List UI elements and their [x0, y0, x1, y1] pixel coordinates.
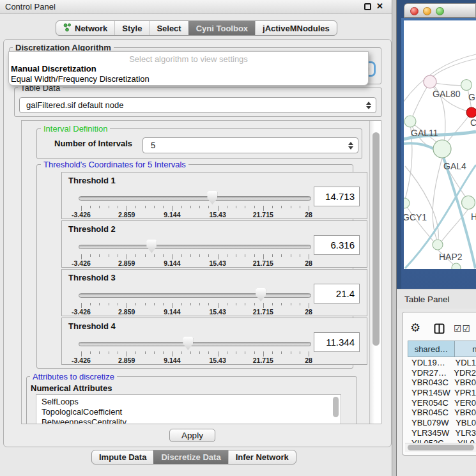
- settings-scrollpane: Interval Definition Number of Intervals …: [21, 120, 381, 424]
- attribute-list-item[interactable]: BetweennessCentrality: [36, 417, 341, 424]
- network-node[interactable]: [452, 263, 461, 269]
- algorithm-option[interactable]: Equal Width/Frequency Discretization: [9, 74, 368, 84]
- attribute-list-item[interactable]: SelfLoops: [36, 397, 341, 407]
- slider-track[interactable]: [79, 293, 311, 298]
- cell-shared-name: YBR045C: [408, 408, 451, 418]
- tab-select[interactable]: Select: [149, 21, 188, 35]
- slider-tick: [172, 254, 173, 259]
- close-icon[interactable]: ✕: [376, 1, 383, 11]
- slider-tick: [300, 351, 300, 354]
- slider-tick: [127, 351, 127, 357]
- vertical-scrollbar-track[interactable]: [369, 121, 381, 424]
- panel-splitter[interactable]: [392, 0, 397, 476]
- tab-style[interactable]: Style: [114, 21, 149, 35]
- network-node[interactable]: [461, 80, 472, 91]
- slider-track[interactable]: [79, 342, 311, 346]
- cell-shared-name: YER054C: [408, 398, 451, 408]
- table-panel-titlebar: Table Panel: [397, 289, 476, 309]
- slider-tick: [199, 206, 200, 208]
- network-node[interactable]: [433, 140, 451, 158]
- threshold-value-field[interactable]: 14.713: [314, 187, 360, 206]
- column-header-shared-name[interactable]: shared…: [408, 341, 455, 357]
- slider-tick: [163, 254, 164, 257]
- slider-tick: [90, 254, 91, 257]
- tab-impute-data[interactable]: Impute Data: [92, 450, 153, 464]
- slider-tick-label: 2.859: [107, 211, 146, 219]
- slider-track[interactable]: [79, 245, 311, 249]
- slider-track[interactable]: [79, 196, 311, 201]
- number-of-intervals-label: Number of Intervals: [54, 139, 132, 148]
- table-row[interactable]: YPR145WYPR1: [408, 388, 476, 398]
- tab-infer-network[interactable]: Infer Network: [228, 450, 296, 464]
- network-view-canvas[interactable]: GAL80GCGAL11GAL4GCY1HHAP2: [404, 20, 476, 269]
- close-traffic-light-icon[interactable]: [410, 7, 418, 15]
- table-row[interactable]: YDR27…YDR2: [408, 368, 476, 378]
- network-node[interactable]: [466, 107, 476, 118]
- network-node[interactable]: [433, 240, 443, 250]
- slider-tick: [81, 206, 82, 211]
- interval-definition-label: Interval Definition: [41, 124, 110, 134]
- threshold-value-field[interactable]: 6.316: [314, 235, 360, 255]
- tab-jactivemnodules[interactable]: jActiveMNodules: [255, 21, 337, 35]
- slider-tick: [227, 303, 227, 305]
- number-of-intervals-combobox[interactable]: 5: [142, 137, 358, 153]
- slider-thumb[interactable]: [146, 240, 157, 253]
- slider-tick: [99, 206, 100, 208]
- slider-tick-label: 9.144: [153, 308, 191, 316]
- node-label: GCY1: [404, 212, 427, 222]
- slider-tick: [245, 254, 245, 257]
- numerical-attributes-list[interactable]: SelfLoopsTopologicalCoefficientBetweenne…: [36, 394, 341, 424]
- table-row[interactable]: YER054CYER0: [408, 398, 476, 408]
- float-window-icon[interactable]: [364, 3, 371, 10]
- tab-network[interactable]: Network: [56, 21, 114, 35]
- slider-tick: [281, 206, 282, 208]
- slider-tick: [199, 303, 200, 305]
- table-row[interactable]: YBR045CYBR0: [408, 408, 476, 418]
- slider-thumb[interactable]: [183, 337, 193, 350]
- slider-tick-label: 2.859: [107, 357, 146, 364]
- algorithm-option[interactable]: Manual Discretization: [9, 64, 368, 74]
- attribute-list-item[interactable]: TopologicalCoefficient: [36, 407, 341, 417]
- slider-tick: [227, 351, 227, 354]
- minimize-traffic-light-icon[interactable]: [423, 7, 431, 15]
- threshold-value-field[interactable]: 21.4: [314, 284, 360, 303]
- slider-tick: [181, 206, 182, 208]
- threshold-label: Threshold 4: [68, 321, 116, 331]
- gear-icon[interactable]: ⚙: [410, 321, 420, 335]
- slider-tick: [190, 254, 191, 257]
- network-node[interactable]: [404, 198, 410, 208]
- tab-cyni-toolbox[interactable]: Cyni Toolbox: [188, 21, 255, 35]
- select-columns-icon[interactable]: ☑☑: [454, 323, 471, 334]
- network-node[interactable]: [462, 196, 475, 210]
- vertical-scrollbar-thumb[interactable]: [372, 132, 380, 346]
- horizontal-scrollbar-thumb[interactable]: [408, 445, 474, 450]
- slider-thumb[interactable]: [256, 288, 266, 302]
- network-window-titlebar[interactable]: [404, 3, 476, 18]
- network-node[interactable]: [404, 116, 416, 127]
- split-view-icon[interactable]: [434, 323, 445, 337]
- slider-tick: [300, 254, 300, 257]
- list-scrollbar-thumb[interactable]: [333, 397, 339, 417]
- table-row[interactable]: YLR345WYLR3: [408, 428, 476, 438]
- column-header-name[interactable]: na: [454, 341, 476, 357]
- slider-tick: [118, 303, 118, 305]
- node-label: G: [468, 92, 475, 102]
- table-row[interactable]: YBR043CYBR0: [408, 378, 476, 388]
- tab-discretize-data[interactable]: Discretize Data: [153, 450, 227, 464]
- slider-tick: [199, 351, 200, 354]
- cell-name: YER0: [451, 398, 476, 408]
- slider-thumb[interactable]: [207, 191, 217, 204]
- zoom-traffic-light-icon[interactable]: [436, 7, 444, 15]
- table-data-combobox[interactable]: galFiltered.sif default node: [19, 97, 376, 113]
- table-row[interactable]: YDL19…YDL1: [408, 358, 476, 368]
- cell-shared-name: YPR145W: [408, 388, 451, 398]
- slider-tick: [118, 254, 118, 257]
- apply-button[interactable]: Apply: [169, 429, 215, 442]
- network-node[interactable]: [424, 75, 436, 88]
- threshold-value-field[interactable]: 11.344: [314, 332, 360, 352]
- slider-tick: [109, 303, 109, 305]
- table-row[interactable]: YIL052CYIL0: [408, 438, 476, 443]
- table-row[interactable]: YBL079WYBL0: [408, 418, 476, 428]
- slider-tick: [181, 351, 182, 354]
- threshold-group-label: Threshold's Coordinates for 5 Intervals: [41, 160, 188, 169]
